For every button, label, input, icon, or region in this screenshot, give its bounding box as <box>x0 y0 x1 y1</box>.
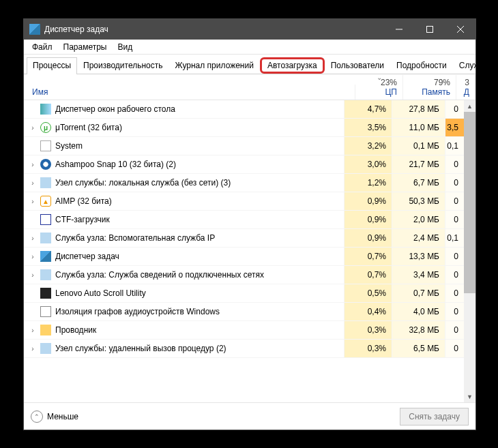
expander-icon[interactable]: › <box>28 327 38 334</box>
expander-icon[interactable]: › <box>28 161 38 168</box>
process-icon <box>40 233 51 243</box>
table-row[interactable]: CTF-загрузчик0,9%2,0 МБ0 <box>24 211 464 229</box>
end-task-button[interactable]: Снять задачу <box>400 408 469 425</box>
memory-cell: 3,4 МБ <box>392 266 445 284</box>
col-cpu[interactable]: 23% ЦП <box>355 75 403 100</box>
process-name: μTorrent (32 бита) <box>55 123 122 132</box>
process-name: Проводник <box>55 325 96 335</box>
menu-view[interactable]: Вид <box>112 41 138 53</box>
process-name: Узел службы: локальная служба (без сети)… <box>55 178 231 188</box>
disk-cell: 0 <box>445 155 464 173</box>
process-name: Узел службы: удаленный вызов процедур (2… <box>55 344 226 353</box>
disk-cell: 0 <box>445 266 464 284</box>
scroll-area[interactable]: Диспетчер окон рабочего стола4,7%27,8 МБ… <box>24 100 464 402</box>
col-memory[interactable]: 79% Память <box>403 75 456 100</box>
cpu-cell: 3,0% <box>344 155 392 173</box>
table-row[interactable]: ›Служба узла: Вспомогательная служба IP0… <box>24 229 464 248</box>
scroll-down-button[interactable]: ▼ <box>464 391 475 402</box>
disk-cell: 0 <box>445 100 464 118</box>
cpu-cell: 0,9% <box>344 192 392 210</box>
tab-details[interactable]: Подробности <box>390 57 453 74</box>
memory-cell: 2,4 МБ <box>392 229 445 247</box>
tab-processes[interactable]: Процессы <box>27 57 77 74</box>
expander-icon[interactable]: › <box>28 345 38 353</box>
mem-label: Память <box>406 87 450 97</box>
process-name-cell: ›Диспетчер задач <box>24 251 344 262</box>
memory-cell: 11,0 МБ <box>392 119 445 136</box>
process-name-cell: ›▲AIMP (32 бита) <box>24 196 344 207</box>
table-row[interactable]: System3,2%0,1 МБ0,1 <box>24 137 464 155</box>
process-name-cell: Изоляция графов аудиоустройств Windows <box>24 306 344 317</box>
table-row[interactable]: ›Узел службы: удаленный вызов процедур (… <box>24 340 464 358</box>
memory-cell: 6,7 МБ <box>392 174 445 192</box>
expander-icon[interactable]: › <box>28 179 38 187</box>
col-name-label: Имя <box>32 87 349 97</box>
disk-cell: 0 <box>445 248 464 265</box>
table-row[interactable]: Изоляция графов аудиоустройств Windows0,… <box>24 303 464 321</box>
process-name: Изоляция графов аудиоустройств Windows <box>55 307 220 316</box>
minimize-button[interactable] <box>383 19 414 40</box>
table-row[interactable]: ›μμTorrent (32 бита)3,5%11,0 МБ3,5 <box>24 119 464 137</box>
disk-cell: 0 <box>445 192 464 210</box>
memory-cell: 50,3 МБ <box>392 192 445 210</box>
minimize-icon <box>396 26 402 33</box>
menubar: Файл Параметры Вид <box>24 40 475 55</box>
maximize-button[interactable] <box>414 19 445 40</box>
cpu-percent: 23% <box>358 78 397 87</box>
process-name-cell: Lenovo Auto Scroll Utility <box>24 288 344 299</box>
table-row[interactable]: Lenovo Auto Scroll Utility0,5%0,7 МБ0 <box>24 284 464 303</box>
svg-rect-1 <box>426 27 433 33</box>
menu-file[interactable]: Файл <box>27 41 58 53</box>
memory-cell: 0,7 МБ <box>392 284 445 302</box>
memory-cell: 4,0 МБ <box>392 303 445 320</box>
cpu-cell: 0,7% <box>344 266 392 284</box>
table-row[interactable]: ›▲AIMP (32 бита)0,9%50,3 МБ0 <box>24 192 464 211</box>
process-name-cell: ›Узел службы: удаленный вызов процедур (… <box>24 343 344 354</box>
expander-icon[interactable]: › <box>28 198 38 205</box>
titlebar[interactable]: Диспетчер задач <box>24 19 475 40</box>
close-button[interactable] <box>445 19 475 40</box>
table-row[interactable]: ›Диспетчер задач0,7%13,3 МБ0 <box>24 248 464 266</box>
vertical-scrollbar[interactable]: ▲ ▼ <box>464 100 475 402</box>
table-row[interactable]: ›Служба узла: Служба сведений о подключе… <box>24 266 464 284</box>
process-name-cell: ›Служба узла: Служба сведений о подключе… <box>24 269 344 280</box>
memory-cell: 27,8 МБ <box>392 100 445 118</box>
scrollbar-thumb[interactable] <box>464 112 475 293</box>
expander-icon[interactable]: › <box>28 253 38 260</box>
tab-services[interactable]: Службы <box>453 57 496 74</box>
table-row[interactable]: ›Ashampoo Snap 10 (32 бита) (2)3,0%21,7 … <box>24 155 464 174</box>
expander-icon[interactable]: › <box>28 271 38 279</box>
process-name: CTF-загрузчик <box>55 215 110 224</box>
maximize-icon <box>426 26 433 33</box>
scroll-up-button[interactable]: ▲ <box>464 100 475 112</box>
process-icon <box>40 269 51 280</box>
tab-app-history[interactable]: Журнал приложений <box>169 57 260 74</box>
fewer-details-button[interactable]: ⌃ Меньше <box>31 410 78 423</box>
table-row[interactable]: ›Узел службы: локальная служба (без сети… <box>24 174 464 192</box>
cpu-cell: 0,3% <box>344 340 392 357</box>
process-name: Lenovo Auto Scroll Utility <box>55 288 146 298</box>
disk-cell: 0 <box>445 174 464 192</box>
tab-startup[interactable]: Автозагрузка <box>260 57 325 74</box>
process-name: Ashampoo Snap 10 (32 бита) (2) <box>55 160 176 169</box>
process-name-cell: System <box>24 140 344 151</box>
scrollbar-track[interactable] <box>464 112 475 391</box>
col-name[interactable]: Имя <box>24 85 355 100</box>
col-disk[interactable]: 3 Д <box>456 75 475 100</box>
tab-performance[interactable]: Производительность <box>77 57 169 74</box>
table-row[interactable]: ›Проводник0,3%32,8 МБ0 <box>24 321 464 340</box>
tab-users[interactable]: Пользователи <box>325 57 390 74</box>
process-name-cell: ›Проводник <box>24 325 344 335</box>
expander-icon[interactable]: › <box>28 124 38 132</box>
disk-cell: 0 <box>445 211 464 228</box>
process-name: Диспетчер задач <box>55 252 119 261</box>
process-name: System <box>55 141 83 151</box>
expander-icon[interactable]: › <box>28 235 38 242</box>
process-icon <box>40 159 51 170</box>
process-icon <box>40 343 51 354</box>
table-body: Диспетчер окон рабочего стола4,7%27,8 МБ… <box>24 100 475 402</box>
menu-options[interactable]: Параметры <box>58 41 113 53</box>
process-icon <box>40 306 51 317</box>
table-row[interactable]: Диспетчер окон рабочего стола4,7%27,8 МБ… <box>24 100 464 119</box>
process-icon <box>40 214 51 225</box>
